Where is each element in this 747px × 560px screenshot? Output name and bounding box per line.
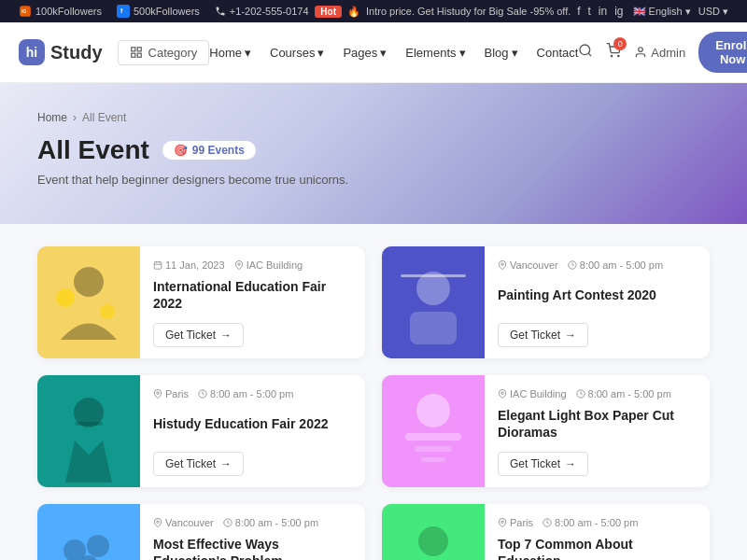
search-button[interactable] (578, 43, 593, 62)
chevron-icon: ▾ (380, 46, 387, 60)
breadcrumb-home[interactable]: Home (37, 111, 67, 124)
social-links: f t in ig (577, 5, 623, 18)
event-image (382, 246, 485, 358)
svg-rect-37 (421, 457, 445, 462)
event-title: Most Effective Ways Education's Problem. (153, 536, 352, 560)
logo-text: Study (50, 42, 103, 63)
event-date: 11 Jan, 2023 (153, 259, 225, 271)
event-card: Paris 8:00 am - 5:00 pm Top 7 Common Abo… (382, 504, 710, 560)
svg-rect-5 (137, 48, 141, 51)
enroll-button[interactable]: Enroll Now (698, 32, 747, 73)
breadcrumb: Home › All Event (37, 111, 710, 124)
facebook-icon[interactable]: f (577, 5, 580, 18)
svg-rect-7 (137, 53, 141, 57)
get-ticket-button[interactable]: Get Ticket → (498, 323, 588, 347)
nav-home[interactable]: Home ▾ (209, 46, 251, 60)
event-title: Top 7 Common About Education. (498, 536, 697, 560)
arrow-icon: → (220, 457, 232, 470)
event-card: 11 Jan, 2023 IAC Building International … (37, 246, 365, 358)
twitter-icon[interactable]: t (587, 5, 590, 18)
top-bar: IG 100kFollowers f 500kFollowers +1-202-… (0, 0, 747, 22)
event-time: 8:00 am - 5:00 pm (198, 388, 293, 399)
nav-contact[interactable]: Contact (537, 46, 579, 60)
svg-rect-25 (401, 274, 466, 277)
badge-count: 99 Events (192, 144, 245, 157)
svg-point-34 (416, 394, 450, 427)
nav-pages[interactable]: Pages ▾ (343, 46, 387, 60)
arrow-icon: → (565, 329, 576, 342)
chevron-icon: ▾ (317, 46, 324, 60)
main-nav: Home ▾ Courses ▾ Pages ▾ Elements ▾ Blog… (209, 46, 578, 60)
event-body: Paris 8:00 am - 5:00 pm Histudy Educatio… (140, 375, 365, 487)
svg-rect-2 (117, 5, 130, 18)
arrow-icon: → (220, 329, 232, 342)
nav-elements[interactable]: Elements ▾ (405, 46, 465, 60)
category-label: Category (148, 46, 198, 60)
language-selector[interactable]: 🇬🇧 English ▾ (633, 6, 691, 18)
event-card: Vancouver 8:00 am - 5:00 pm Painting Art… (382, 246, 710, 358)
svg-point-21 (237, 263, 240, 266)
event-location: Vancouver (153, 517, 214, 528)
svg-point-52 (501, 521, 504, 524)
event-image (382, 504, 485, 560)
event-location: Paris (498, 517, 533, 528)
page-title: All Event (37, 135, 149, 165)
top-bar-left: IG 100kFollowers f 500kFollowers +1-202-… (19, 5, 309, 18)
svg-line-9 (588, 53, 591, 56)
admin-link[interactable]: Admin (634, 46, 685, 60)
header-right: 0 Admin Enroll Now (578, 32, 747, 73)
svg-point-26 (501, 263, 504, 266)
svg-rect-4 (131, 48, 134, 51)
badge-icon: 🎯 (174, 144, 188, 157)
event-body: Vancouver 8:00 am - 5:00 pm Most Effecti… (140, 504, 365, 560)
page-subtitle: Event that help beginner designers becom… (37, 173, 710, 187)
get-ticket-button[interactable]: Get Ticket → (153, 452, 244, 476)
svg-text:IG: IG (21, 8, 27, 14)
svg-rect-24 (410, 312, 457, 344)
event-title: International Education Fair 2022 (153, 278, 352, 312)
svg-point-15 (56, 288, 75, 307)
cart-button[interactable]: 0 (606, 43, 621, 62)
hot-badge: Hot (315, 6, 342, 18)
svg-point-42 (87, 535, 109, 557)
nav-courses[interactable]: Courses ▾ (270, 46, 324, 60)
get-ticket-button[interactable]: Get Ticket → (498, 452, 588, 476)
svg-point-45 (157, 521, 160, 524)
cart-badge: 0 (613, 37, 627, 50)
promo-text: Intro price. Get Histudy for Big Sale -9… (366, 6, 571, 17)
event-meta: IAC Building 8:00 am - 5:00 pm (498, 388, 697, 399)
svg-rect-30 (75, 422, 103, 426)
event-body: 11 Jan, 2023 IAC Building International … (140, 246, 365, 358)
event-card: Vancouver 8:00 am - 5:00 pm Most Effecti… (37, 504, 365, 560)
event-card: IAC Building 8:00 am - 5:00 pm Elegant L… (382, 375, 710, 487)
svg-rect-36 (415, 446, 452, 452)
event-location: IAC Building (498, 388, 567, 399)
svg-point-31 (157, 392, 160, 395)
event-body: IAC Building 8:00 am - 5:00 pm Elegant L… (485, 375, 710, 487)
user-icon (634, 46, 647, 59)
svg-rect-33 (382, 375, 485, 487)
breadcrumb-separator: › (73, 111, 77, 124)
header-left: hi Study Category (19, 39, 209, 65)
event-title: Painting Art Contest 2020 (498, 287, 697, 303)
followers2: f 500kFollowers (117, 5, 200, 18)
svg-point-16 (100, 304, 115, 319)
currency-selector[interactable]: USD ▾ (698, 6, 728, 18)
logo[interactable]: hi Study (19, 39, 103, 65)
get-ticket-button[interactable]: Get Ticket → (153, 323, 244, 347)
event-meta: 11 Jan, 2023 IAC Building (153, 259, 352, 271)
event-location: Vancouver (498, 259, 558, 271)
header: hi Study Category Home ▾ Courses ▾ Pages… (0, 22, 747, 83)
events-badge: 🎯 99 Events (162, 141, 256, 160)
event-image (37, 375, 140, 487)
event-time: 8:00 am - 5:00 pm (223, 517, 318, 528)
top-bar-right: f t in ig 🇬🇧 English ▾ USD ▾ (577, 5, 728, 18)
event-meta: Vancouver 8:00 am - 5:00 pm (153, 517, 352, 528)
linkedin-icon[interactable]: in (599, 5, 607, 18)
event-body: Vancouver 8:00 am - 5:00 pm Painting Art… (485, 246, 710, 358)
event-time: 8:00 am - 5:00 pm (576, 388, 671, 399)
instagram-icon[interactable]: ig (614, 5, 623, 18)
nav-blog[interactable]: Blog ▾ (485, 46, 518, 60)
category-button[interactable]: Category (118, 40, 210, 65)
page-hero: Home › All Event All Event 🎯 99 Events E… (0, 83, 747, 224)
